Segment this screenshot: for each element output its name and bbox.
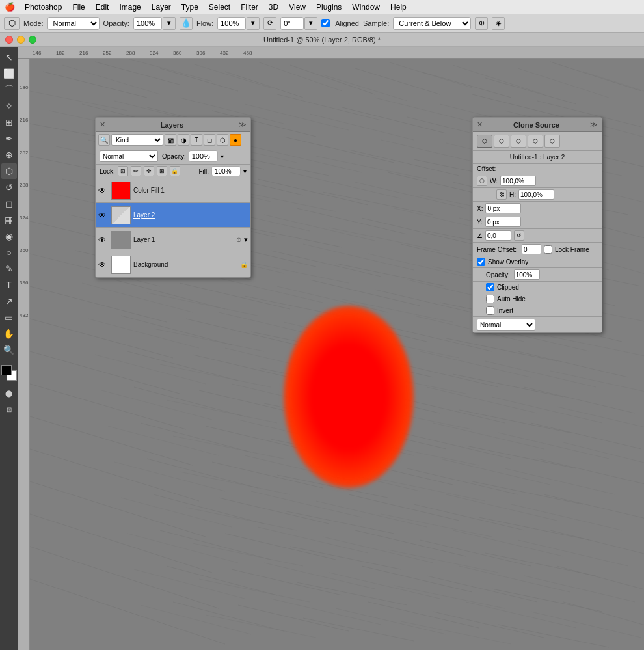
- opacity-dropdown[interactable]: ▾: [163, 17, 176, 30]
- maximize-button[interactable]: [29, 36, 36, 44]
- layers-filter-dot[interactable]: ●: [230, 134, 241, 146]
- clone-frame-offset-input[interactable]: [522, 244, 541, 254]
- layers-filter-type[interactable]: T: [191, 134, 202, 146]
- tool-history-brush[interactable]: ↺: [1, 180, 17, 195]
- tool-blur[interactable]: ◉: [1, 228, 17, 244]
- clone-src-4[interactable]: ⬡: [528, 135, 543, 148]
- clone-src-2[interactable]: ⬡: [494, 135, 509, 148]
- layer-item-background[interactable]: 👁 Background 🔒: [96, 252, 250, 277]
- layer-visibility-background[interactable]: 👁: [98, 260, 109, 269]
- clone-expand-button[interactable]: ≫: [590, 120, 598, 129]
- layer-options-arrow[interactable]: ▾: [244, 236, 248, 244]
- tool-hand[interactable]: ✋: [1, 326, 17, 342]
- color-chips[interactable]: [1, 365, 17, 381]
- clone-overlay-opacity-input[interactable]: [514, 269, 540, 280]
- layers-filter-adj[interactable]: ◑: [178, 134, 189, 146]
- layers-filter-select[interactable]: Kind: [111, 134, 163, 146]
- layers-blend-select[interactable]: Normal: [100, 150, 158, 162]
- fill-dropdown-icon[interactable]: ▾: [243, 168, 247, 175]
- tool-screen-mode[interactable]: ⊡: [1, 401, 17, 417]
- tool-select-subject[interactable]: ✧: [1, 98, 17, 114]
- lock-position-btn[interactable]: ✛: [144, 166, 154, 176]
- tool-crop[interactable]: ⊞: [1, 115, 17, 130]
- layers-close-button[interactable]: ✕: [100, 120, 105, 129]
- tool-marquee[interactable]: ⬜: [1, 66, 17, 81]
- tool-eraser[interactable]: ◻: [1, 196, 17, 211]
- clone-lock-frame-checkbox[interactable]: [544, 245, 552, 254]
- layers-fill-input[interactable]: [211, 166, 241, 176]
- clone-src-3[interactable]: ⬡: [511, 135, 526, 148]
- lock-all-btn[interactable]: 🔒: [170, 166, 180, 176]
- menu-help[interactable]: Help: [385, 0, 412, 14]
- clone-w-input[interactable]: [500, 176, 536, 186]
- apple-menu[interactable]: 🍎: [0, 2, 20, 12]
- airbrush-btn[interactable]: 💧: [180, 17, 193, 30]
- tool-pen[interactable]: ✎: [1, 261, 17, 277]
- aligned-checkbox[interactable]: [321, 19, 330, 27]
- clone-close-button[interactable]: ✕: [477, 120, 483, 129]
- angle-dropdown[interactable]: ▾: [304, 17, 317, 30]
- clone-source-btn[interactable]: ◈: [492, 17, 505, 30]
- menu-3d[interactable]: 3D: [263, 0, 284, 14]
- smoothing-btn[interactable]: ⟳: [263, 17, 276, 30]
- layer-visibility-layer-1[interactable]: 👁: [98, 236, 109, 245]
- tool-heal[interactable]: ⊕: [1, 147, 17, 163]
- menu-plugins[interactable]: Plugins: [311, 0, 347, 14]
- clone-invert-checkbox[interactable]: [486, 306, 494, 315]
- angle-input[interactable]: 0°: [280, 17, 304, 30]
- layer-visibility-layer-2[interactable]: 👁: [98, 211, 109, 220]
- layers-expand-button[interactable]: ≫: [239, 120, 247, 129]
- layers-filter-pixel[interactable]: ▩: [165, 134, 176, 146]
- flow-input[interactable]: 100%: [217, 17, 246, 30]
- layers-search-icon[interactable]: 🔍: [98, 134, 110, 146]
- tool-shape[interactable]: ▭: [1, 310, 17, 325]
- clone-show-overlay-checkbox[interactable]: [477, 258, 485, 266]
- clone-h-input[interactable]: [518, 189, 554, 200]
- clone-src-5[interactable]: ⬡: [544, 135, 560, 148]
- clone-x-input[interactable]: [485, 203, 521, 213]
- menu-edit[interactable]: Edit: [90, 0, 114, 14]
- menu-file[interactable]: File: [67, 0, 90, 14]
- tool-gradient[interactable]: ▦: [1, 212, 17, 228]
- tool-dodge[interactable]: ○: [1, 245, 17, 260]
- menu-window[interactable]: Window: [347, 0, 385, 14]
- layer-visibility-color-fill[interactable]: 👁: [98, 186, 109, 195]
- lock-transparent-btn[interactable]: ⊡: [118, 166, 128, 176]
- menu-view[interactable]: View: [284, 0, 311, 14]
- mode-select[interactable]: Normal: [47, 17, 100, 30]
- canvas-content[interactable]: ✕ Layers ≫ 🔍 Kind ▩ ◑ T ◻ ⬡: [30, 59, 644, 650]
- flow-dropdown[interactable]: ▾: [247, 17, 260, 30]
- menu-select[interactable]: Select: [204, 0, 235, 14]
- lock-brush-btn[interactable]: ✏: [131, 166, 141, 176]
- layers-filter-shape[interactable]: ◻: [204, 134, 215, 146]
- layers-opacity-input[interactable]: [189, 150, 218, 162]
- tool-quick-mask[interactable]: ⬤: [1, 385, 17, 401]
- tool-eyedropper[interactable]: ✒: [1, 131, 17, 146]
- clone-link-icon[interactable]: ⛓: [496, 189, 507, 200]
- opacity-input[interactable]: 100%: [133, 17, 162, 30]
- lock-artboard-btn[interactable]: ⊞: [157, 166, 167, 176]
- menu-image[interactable]: Image: [114, 0, 146, 14]
- clone-y-input[interactable]: [485, 217, 521, 227]
- menu-layer[interactable]: Layer: [146, 0, 176, 14]
- clone-blend-select[interactable]: Normal: [477, 319, 535, 331]
- opacity-dropdown-icon[interactable]: ▾: [221, 153, 224, 160]
- tool-move[interactable]: ↖: [1, 49, 17, 65]
- tool-text[interactable]: T: [1, 277, 17, 293]
- foreground-color[interactable]: [1, 365, 12, 375]
- tool-lasso[interactable]: ⌒: [1, 82, 17, 98]
- clone-flip-btn[interactable]: ↺: [514, 230, 524, 241]
- layers-filter-smart[interactable]: ⬡: [217, 134, 228, 146]
- layer-item-layer-1[interactable]: 👁 Layer 1 ⊙ ▾: [96, 228, 250, 252]
- clone-src-1[interactable]: ⬡: [477, 135, 492, 148]
- tool-path-select[interactable]: ↗: [1, 293, 17, 309]
- minimize-button[interactable]: [17, 36, 25, 44]
- sample-all-btn[interactable]: ⊕: [475, 17, 488, 30]
- layer-item-layer-2[interactable]: 👁 Layer 2: [96, 203, 250, 228]
- clone-angle-input[interactable]: [485, 230, 511, 241]
- layer-item-color-fill-1[interactable]: 👁 Color Fill 1: [96, 178, 250, 203]
- clone-auto-hide-checkbox[interactable]: [486, 295, 494, 303]
- tool-clone-stamp[interactable]: ⬡: [1, 163, 17, 179]
- menu-filter[interactable]: Filter: [235, 0, 263, 14]
- clone-clipped-checkbox[interactable]: [486, 283, 494, 291]
